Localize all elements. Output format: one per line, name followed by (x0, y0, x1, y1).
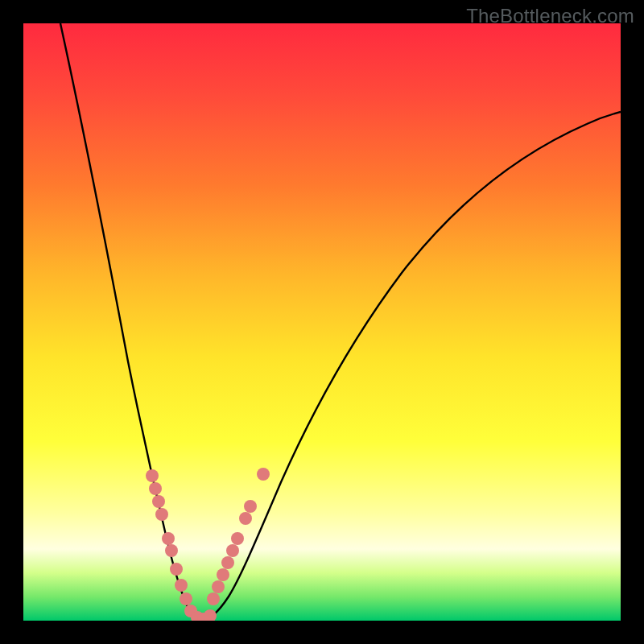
bottleneck-curve-svg (23, 23, 621, 621)
marker-right-1 (244, 500, 257, 513)
marker-right-3 (231, 532, 244, 545)
marker-right-5 (221, 556, 234, 569)
marker-left-6 (170, 563, 183, 576)
watermark-text: TheBottleneck.com (466, 5, 634, 27)
data-markers-group (146, 468, 270, 621)
marker-left-1 (149, 482, 162, 495)
chart-plot-area (23, 23, 621, 621)
marker-left-7 (175, 579, 188, 592)
marker-left-5 (165, 544, 178, 557)
marker-left-0 (146, 469, 159, 482)
marker-right-0 (257, 468, 270, 481)
marker-bottom-3 (204, 609, 217, 621)
marker-right-8 (207, 592, 220, 605)
marker-left-2 (152, 495, 165, 508)
marker-right-7 (212, 580, 225, 593)
marker-right-6 (217, 568, 229, 581)
marker-left-8 (180, 592, 192, 605)
curve-right-branch (202, 112, 621, 621)
marker-left-4 (162, 532, 175, 545)
marker-left-3 (155, 508, 168, 521)
curve-left-branch (60, 23, 202, 621)
marker-right-2 (239, 512, 252, 525)
marker-right-4 (226, 544, 239, 557)
